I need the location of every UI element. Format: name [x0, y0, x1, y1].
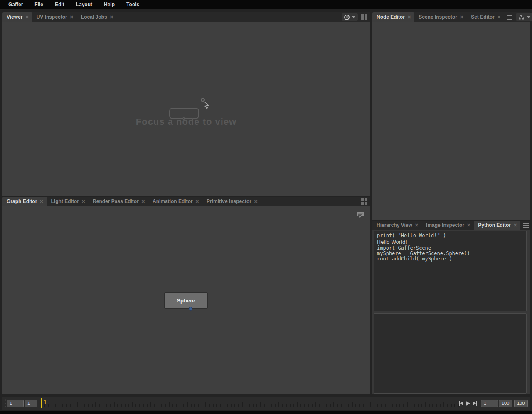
node-output-plug[interactable]	[189, 307, 192, 311]
ruler-tick	[359, 404, 360, 407]
frame-range-end-field[interactable]: 100	[514, 400, 528, 407]
node-editor-content[interactable]	[372, 22, 530, 220]
tab-light-editor[interactable]: Light Editor✕	[47, 197, 89, 206]
script-output-area[interactable]: print( "Hello World!" )Hello World!impor…	[374, 231, 527, 311]
layout-grid-icon[interactable]	[361, 198, 367, 205]
ruler-tick	[110, 404, 111, 407]
ruler-tick	[432, 404, 433, 407]
current-frame-field[interactable]: 1	[481, 400, 498, 407]
tab-scene-inspector[interactable]: Scene Inspector✕	[414, 12, 467, 22]
close-icon[interactable]: ✕	[195, 199, 199, 204]
tab-viewer[interactable]: Viewer✕	[2, 12, 32, 22]
ruler-tick	[260, 402, 261, 407]
ruler-tick	[323, 404, 323, 407]
playback-range-start-field[interactable]: 1	[25, 400, 37, 407]
ruler-tick	[341, 404, 342, 407]
graph-editor-content[interactable]: Sphere	[2, 206, 370, 394]
menu-bar: GafferFileEditLayoutHelpTools	[0, 0, 532, 9]
viewer-content[interactable]: Focus a node to view	[2, 22, 370, 196]
hamburger-menu-icon[interactable]	[507, 15, 512, 20]
ruler-tick	[161, 404, 162, 407]
annotation-bubble-icon[interactable]	[357, 211, 365, 219]
close-icon[interactable]: ✕	[513, 223, 517, 228]
ruler-tick	[66, 404, 67, 407]
tab-node-editor[interactable]: Node Editor✕	[372, 12, 414, 22]
ruler-tick	[44, 404, 45, 407]
ruler-tick	[106, 404, 107, 407]
layout-grid-icon[interactable]	[361, 14, 367, 20]
playback-range-end-field[interactable]: 100	[499, 400, 512, 407]
ruler-tick	[62, 404, 63, 407]
tab-label: Node Editor	[377, 14, 405, 20]
ruler-tick	[319, 404, 320, 407]
ruler-tick	[414, 404, 415, 407]
cursor-icon	[203, 101, 210, 109]
ruler-tick	[220, 404, 221, 407]
menu-gaffer[interactable]: Gaffer	[2, 0, 29, 9]
menu-edit[interactable]: Edit	[49, 0, 70, 9]
tab-render-pass-editor[interactable]: Render Pass Editor✕	[89, 197, 148, 206]
viewer-placeholder-text: Focus a node to view	[2, 117, 370, 127]
ruler-tick	[377, 404, 378, 407]
tab-graph-editor[interactable]: Graph Editor✕	[2, 197, 47, 206]
ruler-tick	[290, 404, 291, 407]
tab-python-editor[interactable]: Python Editor✕	[474, 221, 520, 230]
node-editor-mode-button[interactable]	[516, 13, 532, 21]
close-icon[interactable]: ✕	[81, 199, 85, 204]
ruler-tick	[355, 404, 356, 407]
ruler-tick	[268, 404, 268, 407]
tab-label: Primitive Inspector	[207, 198, 251, 204]
frame-range-start-field[interactable]: 1	[7, 400, 24, 407]
close-icon[interactable]: ✕	[415, 223, 419, 228]
script-input-area[interactable]	[374, 313, 527, 394]
ruler-tick	[392, 404, 393, 407]
tab-set-editor[interactable]: Set Editor✕	[467, 12, 504, 22]
tab-uv-inspector[interactable]: UV Inspector✕	[32, 12, 77, 22]
tab-primitive-inspector[interactable]: Primitive Inspector✕	[202, 197, 261, 206]
playhead[interactable]	[41, 398, 42, 408]
close-icon[interactable]: ✕	[407, 15, 411, 20]
graph-editor-tabbar: Graph Editor✕Light Editor✕Render Pass Ed…	[2, 197, 370, 206]
close-icon[interactable]: ✕	[460, 15, 463, 20]
ruler-tick	[202, 404, 202, 407]
viewer-settings-button[interactable]	[342, 13, 358, 21]
target-icon	[344, 15, 350, 20]
menu-file[interactable]: File	[29, 0, 49, 9]
play-icon[interactable]	[466, 401, 470, 406]
close-icon[interactable]: ✕	[110, 15, 113, 20]
tab-hierarchy-view[interactable]: Hierarchy View✕	[372, 221, 422, 230]
timeline-drag-handle[interactable]	[3, 399, 7, 407]
menu-layout[interactable]: Layout	[70, 0, 98, 9]
skip-to-end-icon[interactable]	[473, 401, 478, 406]
ruler-tick	[92, 404, 93, 407]
skip-to-start-icon[interactable]	[458, 401, 463, 406]
tab-local-jobs[interactable]: Local Jobs✕	[77, 12, 117, 22]
ruler-tick	[363, 404, 364, 407]
ruler-tick	[451, 404, 452, 407]
sphere-node[interactable]: Sphere	[164, 292, 208, 309]
transport-controls	[458, 401, 478, 406]
ruler-tick	[172, 404, 173, 407]
node-editor-tabbar: Node Editor✕Scene Inspector✕Set Editor✕	[372, 12, 530, 22]
ruler-tick	[52, 404, 52, 407]
close-icon[interactable]: ✕	[254, 199, 258, 204]
tab-image-inspector[interactable]: Image Inspector✕	[422, 221, 474, 230]
tab-label: Python Editor	[478, 222, 511, 228]
menu-tools[interactable]: Tools	[121, 0, 145, 9]
close-icon[interactable]: ✕	[39, 199, 43, 204]
hamburger-menu-icon[interactable]	[523, 223, 529, 228]
ruler-tick	[447, 404, 448, 407]
tab-animation-editor[interactable]: Animation Editor✕	[148, 197, 202, 206]
ruler-tick	[176, 404, 177, 407]
close-icon[interactable]: ✕	[141, 199, 145, 204]
close-icon[interactable]: ✕	[467, 223, 470, 228]
close-icon[interactable]: ✕	[497, 15, 501, 20]
menu-help[interactable]: Help	[98, 0, 121, 9]
ruler-tick	[326, 404, 327, 407]
ruler-tick	[249, 404, 250, 407]
timeline-ruler[interactable]: 1	[40, 397, 458, 410]
close-icon[interactable]: ✕	[70, 15, 74, 20]
tab-label: Viewer	[7, 14, 22, 20]
ruler-tick	[205, 402, 206, 407]
close-icon[interactable]: ✕	[25, 15, 29, 20]
